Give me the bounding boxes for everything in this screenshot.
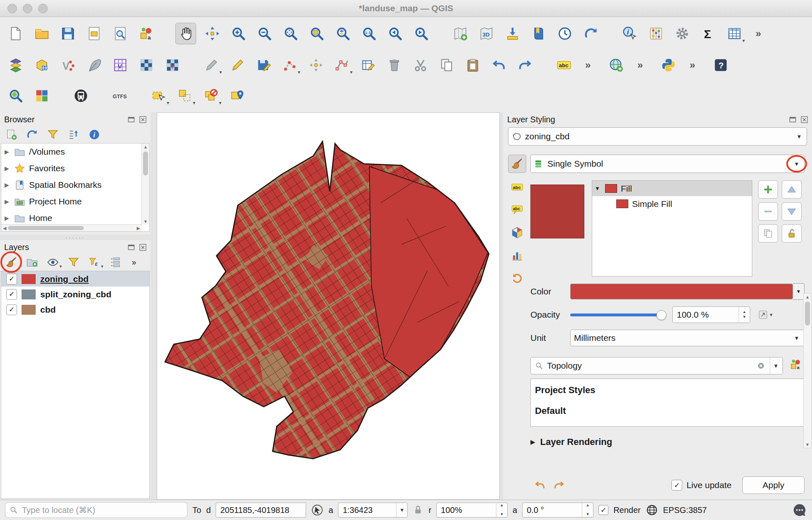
zoom-in-button[interactable]	[229, 23, 248, 44]
deselect-features-button[interactable]: ▾	[201, 85, 221, 106]
data-defined-override-button[interactable]: ▼	[756, 307, 775, 323]
show-layout-manager-button[interactable]	[110, 23, 130, 44]
select-by-value-button[interactable]: ▾	[175, 85, 195, 106]
web-overflow-button[interactable]: »	[632, 55, 652, 75]
disclosure-triangle-icon[interactable]: ▶	[5, 215, 10, 221]
cursor-tracking-icon[interactable]	[311, 504, 323, 516]
coordinate-display[interactable]: 2051185,-4019818	[216, 503, 306, 518]
layer-visibility-checkbox[interactable]: ✓	[6, 289, 17, 300]
new-project-button[interactable]	[6, 23, 26, 44]
apply-button[interactable]: Apply	[742, 476, 805, 494]
cut-features-button[interactable]	[411, 55, 430, 75]
opacity-spinbox[interactable]: 100.0 % ▲▼	[672, 306, 750, 323]
layer-labeling-button[interactable]: abc	[554, 55, 574, 75]
scroll-up-icon[interactable]: ▲	[805, 294, 810, 300]
styling-layer-combo[interactable]: zoning_cbd ▼	[508, 127, 807, 146]
refresh-map-button[interactable]	[581, 23, 601, 44]
scroll-down-icon[interactable]: ▼	[143, 218, 148, 225]
scrollbar-thumb[interactable]	[8, 226, 83, 230]
show-statistics-button[interactable]: Σ	[698, 23, 718, 44]
browser-item-home[interactable]: ▶Home	[1, 210, 142, 225]
zoom-full-button[interactable]	[281, 23, 301, 44]
browser-refresh-button[interactable]	[24, 126, 40, 142]
spinner-arrows-icon[interactable]: ▲▼	[496, 503, 507, 517]
transit-plugin-button[interactable]	[71, 85, 91, 106]
scroll-right-icon[interactable]: ▶	[137, 225, 140, 232]
statistical-summary-button[interactable]	[646, 23, 666, 44]
spinner-arrows-icon[interactable]: ▲▼	[739, 307, 750, 323]
symbol-type-combo[interactable]: Single Symbol ▼	[530, 155, 805, 173]
paste-features-button[interactable]	[463, 55, 483, 75]
metasearch-button[interactable]	[606, 55, 626, 75]
style-redo-button[interactable]	[549, 477, 569, 493]
digitize-segment-button[interactable]: ▾	[280, 55, 300, 75]
scrollbar-thumb[interactable]	[805, 301, 810, 326]
delete-selected-button[interactable]	[384, 55, 404, 75]
labeling-overflow-button[interactable]: »	[580, 55, 600, 75]
slider-handle[interactable]	[656, 310, 666, 320]
browser-close-icon[interactable]	[139, 115, 147, 124]
toolbar-overflow-button[interactable]: »	[751, 23, 771, 44]
attribute-table-button[interactable]: ▾	[724, 23, 744, 44]
undo-button[interactable]	[489, 55, 509, 75]
add-symbol-layer-button[interactable]	[758, 180, 778, 199]
layers-overflow-button[interactable]: »	[128, 254, 143, 270]
layers-float-icon[interactable]	[127, 243, 136, 252]
browser-properties-button[interactable]: i	[86, 126, 102, 142]
symbol-tree-fill[interactable]: ▼Fill	[592, 181, 752, 196]
gtfs-plugin-button[interactable]: GTFS	[110, 85, 130, 106]
tab-diagrams[interactable]	[508, 247, 526, 264]
zoom-window-button[interactable]	[38, 4, 48, 13]
lock-scale-icon[interactable]	[413, 505, 423, 515]
spinner-arrows-icon[interactable]: ▲▼	[582, 503, 593, 517]
browser-item-spatial-bookmarks[interactable]: ▶Spatial Bookmarks	[1, 177, 142, 193]
temporal-navigation-button[interactable]	[555, 23, 575, 44]
browser-filter-button[interactable]	[45, 126, 61, 142]
temporal-controller-button[interactable]	[503, 23, 523, 44]
style-manager-small-button[interactable]: a	[790, 358, 805, 373]
color-caret-button[interactable]: ▼	[793, 283, 805, 300]
move-symbol-up-button[interactable]	[782, 180, 802, 199]
layer-visibility-checkbox[interactable]: ✓	[6, 304, 17, 315]
live-update-checkbox[interactable]: ✓	[671, 480, 682, 491]
search-caret-icon[interactable]: ▼	[770, 357, 782, 374]
pan-map-button[interactable]	[175, 23, 196, 44]
current-edits-button[interactable]: ▾	[202, 55, 221, 75]
remove-symbol-layer-button[interactable]	[758, 202, 778, 221]
select-by-location-button[interactable]	[227, 85, 247, 106]
close-window-button[interactable]	[7, 4, 17, 13]
spatial-bookmarks-button[interactable]	[529, 23, 549, 44]
scale-combo[interactable]: 1:36423 ▼	[338, 503, 408, 518]
locate-search[interactable]	[5, 502, 187, 518]
expander-icon[interactable]: ▼	[595, 185, 601, 192]
data-source-manager-button[interactable]	[6, 55, 26, 75]
help-button[interactable]: ?	[711, 55, 731, 75]
disclosure-triangle-icon[interactable]: ▶	[5, 182, 10, 188]
symbol-type-caret[interactable]: ▼	[791, 155, 802, 173]
browser-vertical-scrollbar[interactable]: ▲ ▼	[141, 143, 149, 225]
styling-float-icon[interactable]	[788, 115, 797, 124]
zoom-to-selection-button[interactable]	[307, 23, 327, 44]
browser-collapse-all-button[interactable]	[66, 126, 81, 142]
lock-symbol-layer-button[interactable]	[782, 224, 802, 243]
processing-toolbox-button[interactable]	[6, 85, 26, 106]
crs-label[interactable]: EPSG:3857	[663, 505, 707, 515]
panel-splitter-handle[interactable]: ······	[0, 234, 151, 240]
save-project-button[interactable]	[58, 23, 78, 44]
style-group-project-styles[interactable]: Project Styles	[531, 380, 804, 401]
new-map-view-button[interactable]	[450, 23, 470, 44]
redo-button[interactable]	[515, 55, 535, 75]
scroll-left-icon[interactable]: ◀	[3, 225, 6, 232]
render-checkbox[interactable]: ✓	[598, 505, 608, 515]
toggle-editing-button[interactable]	[228, 55, 248, 75]
layer-row-zoning_cbd[interactable]: ✓zoning_cbd	[1, 271, 149, 287]
new-geopackage-button[interactable]	[32, 55, 52, 75]
browser-add-layers-button[interactable]	[3, 126, 19, 142]
layer-rendering-section[interactable]: ▶ Layer Rendering	[530, 437, 805, 447]
new-print-layout-button[interactable]	[84, 23, 104, 44]
select-by-area-button[interactable]: ▾	[149, 85, 169, 106]
browser-float-icon[interactable]	[127, 115, 136, 124]
browser-item-project-home[interactable]: ▶Project Home	[1, 193, 142, 210]
zoom-to-layer-button[interactable]	[333, 23, 353, 44]
move-feature-button[interactable]	[306, 55, 326, 75]
